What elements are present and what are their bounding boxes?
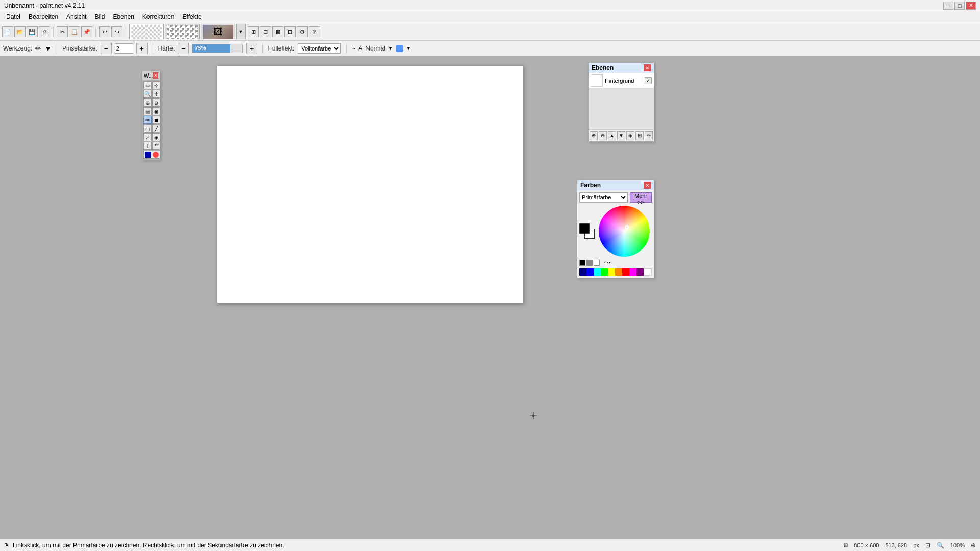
layers-delete-btn[interactable]: ⊖ [599,131,607,140]
tab-blank[interactable] [129,24,164,39]
normal-dropdown-icon[interactable]: ▼ [388,46,393,51]
curve-icon: ~ [352,45,355,52]
pinselstaerke-label: Pinselstärke: [62,45,97,52]
toolbar-open[interactable]: 📂 [14,26,26,37]
layers-properties-btn[interactable]: ✏ [645,131,653,140]
toolbar-new[interactable]: 📄 [2,26,13,37]
minimize-button[interactable]: ─ [943,2,953,10]
toolbar-view2[interactable]: ⊟ [260,26,271,37]
toolbar-undo[interactable]: ↩ [99,26,110,37]
tool-clone[interactable]: ◈ [152,133,160,141]
tab-checkers[interactable] [165,24,200,39]
maximize-button[interactable]: □ [954,2,965,10]
strip-darkblue[interactable] [579,268,586,276]
tool-zoom-out[interactable]: ⊖ [152,98,160,107]
menu-datei[interactable]: Datei [2,12,24,21]
layers-merge-btn[interactable]: ◈ [626,131,634,140]
layer-row-background[interactable]: Hintergrund ✓ [589,73,654,88]
floating-toolbox-header[interactable]: W... ✕ [142,71,160,80]
toolbar-cut[interactable]: ✂ [57,26,68,37]
main-canvas[interactable] [217,65,523,303]
haerte-add[interactable]: + [246,43,257,54]
toolbar-redo[interactable]: ↪ [111,26,122,37]
toolbar-paste[interactable]: 📌 [81,26,92,37]
colors-more-button[interactable]: Mehr >> [630,192,652,203]
haerte-value: 75% [194,45,206,51]
tool-paintbrush[interactable]: ✏ [143,116,152,124]
strip-green[interactable] [601,268,608,276]
layers-down-btn[interactable]: ▼ [617,131,625,140]
tool-dropper[interactable]: ⊿ [143,133,152,141]
strip-magenta[interactable] [629,268,636,276]
fuelleffekt-select[interactable]: Volltonfarbe Verlauf [298,43,341,54]
menu-korrekturen[interactable]: Korrekturen [138,12,179,21]
main-area: W... ✕ ▭ ⊹ 🔍 ✛ ⊕ ⊖ ▤ ◉ ✏ ◼ ◻ [0,56,980,539]
swatches-more-icon[interactable]: ⋯ [604,259,611,267]
toolbar-save[interactable]: 💾 [27,26,38,37]
layers-close-button[interactable]: ✕ [644,64,651,71]
tool-gradient[interactable]: ▤ [143,107,152,115]
color-wheel[interactable] [599,206,650,257]
canvas-size: 800 × 600 [854,542,879,548]
strip-purple[interactable] [636,268,644,276]
menu-bild[interactable]: Bild [90,12,109,21]
toolbar-print[interactable]: 🖨 [39,26,50,37]
brush-dropdown-icon[interactable]: ▼ [44,44,52,53]
menu-ebenen[interactable]: Ebenen [109,12,138,21]
menu-ansicht[interactable]: Ansicht [62,12,90,21]
primary-color-swatch[interactable] [579,223,590,234]
tool-zoom-area[interactable]: 🔍 [143,90,152,98]
swatch-black[interactable] [579,260,585,266]
swatch-gray[interactable] [586,260,593,266]
toolbar-copy[interactable]: 📋 [69,26,80,37]
tool-select-lasso[interactable]: ⊹ [152,81,160,89]
tool-bottom[interactable] [143,151,160,159]
strip-orange[interactable] [615,268,622,276]
layers-up-btn[interactable]: ▲ [608,131,616,140]
toolbar-view1[interactable]: ⊞ [248,26,259,37]
pinsel-subtract[interactable]: − [101,43,112,54]
menu-effekte[interactable]: Effekte [179,12,206,21]
haerte-slider[interactable]: 75% [192,44,243,53]
pinsel-add[interactable]: + [136,43,148,54]
strip-white[interactable] [644,268,652,276]
tool-select-rect[interactable]: ▭ [143,81,152,89]
title-text: Unbenannt - paint.net v4.2.11 [4,2,85,9]
unit-label: px [913,542,919,548]
toolbar-view4[interactable]: ⊡ [284,26,296,37]
toolbar-view3[interactable]: ⊠ [272,26,283,37]
layers-add-btn[interactable]: ⊕ [590,131,598,140]
strip-red[interactable] [622,268,629,276]
strip-blue[interactable] [586,268,594,276]
tool-text[interactable]: T [143,142,152,150]
pinsel-value[interactable] [115,43,133,54]
haerte-subtract[interactable]: − [178,43,189,54]
tool-eraser[interactable]: ◻ [143,124,152,133]
strip-yellow[interactable] [608,268,615,276]
toolbar-help[interactable]: ? [309,26,320,37]
layers-panel-header[interactable]: Ebenen ✕ [589,63,654,73]
tool-line[interactable]: ╱ [152,124,160,133]
layer-visibility-check[interactable]: ✓ [645,77,652,84]
tab-photo[interactable]: 🖼 [201,24,235,39]
tool-fill[interactable]: ◉ [152,107,160,115]
colors-dropdown[interactable]: Primärfarbe Sekundärfarbe [579,192,628,203]
tool-shape[interactable]: ◼ [152,116,160,124]
tab-dropdown[interactable]: ▼ [236,24,246,39]
colors-panel-header[interactable]: Farben ✕ [577,180,654,190]
zoom-in-icon[interactable]: ⊕ [971,542,976,549]
swatch-white[interactable] [594,260,600,266]
strip-cyan[interactable] [594,268,601,276]
zoom-out-icon[interactable]: 🔍 [937,542,944,549]
toolbar-settings[interactable]: ⚙ [297,26,308,37]
tool-zoom-in[interactable]: ⊕ [143,98,152,107]
colors-close-button[interactable]: ✕ [644,182,651,189]
close-window-button[interactable]: ✕ [966,2,976,10]
tool-numbers[interactable]: ¹² [152,142,160,150]
layers-flatten-btn[interactable]: ⊞ [635,131,644,140]
floating-toolbox-close-button[interactable]: ✕ [153,72,158,79]
color-mode-dropdown-icon[interactable]: ▼ [406,46,411,51]
tool-move[interactable]: ✛ [152,90,160,98]
menu-bearbeiten[interactable]: Bearbeiten [24,12,62,21]
cursor-indicator [530,412,537,419]
